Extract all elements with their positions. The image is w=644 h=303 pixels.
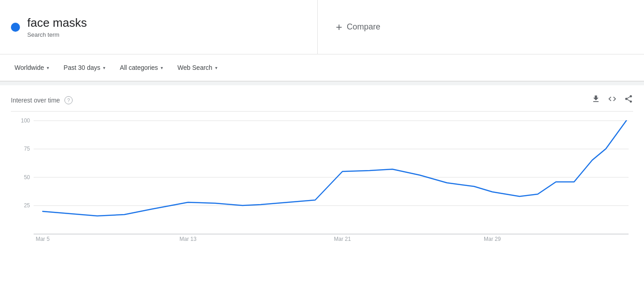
separator-bar: [0, 82, 644, 85]
svg-text:Mar 29: Mar 29: [484, 236, 501, 242]
term-info: face masks Search term: [27, 16, 87, 38]
chevron-down-icon: ▾: [103, 65, 105, 70]
compare-section: + Compare: [318, 21, 644, 34]
term-type: Search term: [27, 31, 87, 38]
compare-label: Compare: [347, 22, 380, 32]
svg-text:100: 100: [21, 117, 30, 124]
filter-time[interactable]: Past 30 days ▾: [58, 60, 111, 75]
filter-category[interactable]: All categories ▾: [114, 60, 168, 75]
filter-location[interactable]: Worldwide ▾: [9, 60, 54, 75]
filter-time-label: Past 30 days: [64, 64, 100, 71]
svg-text:50: 50: [24, 174, 30, 181]
svg-text:Mar 13: Mar 13: [180, 236, 197, 242]
chevron-down-icon: ▾: [215, 65, 217, 70]
filter-location-label: Worldwide: [15, 64, 44, 71]
download-icon[interactable]: [591, 94, 600, 106]
embed-code-icon[interactable]: [608, 94, 617, 106]
chevron-down-icon: ▾: [47, 65, 49, 70]
filters-bar: Worldwide ▾ Past 30 days ▾ All categorie…: [0, 54, 644, 82]
chart-header: Interest over time ?: [11, 94, 633, 106]
filter-category-label: All categories: [120, 64, 158, 71]
help-icon[interactable]: ?: [64, 96, 73, 104]
svg-text:Mar 5: Mar 5: [36, 236, 50, 242]
share-icon[interactable]: [624, 94, 633, 106]
term-color-dot: [11, 23, 20, 32]
term-name: face masks: [27, 16, 87, 30]
chart-title: Interest over time: [11, 97, 60, 104]
chart-section: Interest over time ?: [0, 85, 644, 245]
svg-text:25: 25: [24, 203, 30, 209]
interest-chart: 100 75 50 25 Mar 5 Mar 13 Mar 21 Mar 29: [11, 116, 633, 243]
compare-plus-icon: +: [336, 21, 342, 34]
svg-text:75: 75: [24, 146, 30, 152]
filter-search-type-label: Web Search: [177, 64, 212, 71]
search-term-section: face masks Search term: [0, 0, 318, 54]
chevron-down-icon: ▾: [161, 65, 163, 70]
svg-text:Mar 21: Mar 21: [334, 236, 351, 242]
header: face masks Search term + Compare: [0, 0, 644, 54]
chart-container: 100 75 50 25 Mar 5 Mar 13 Mar 21 Mar 29: [11, 116, 633, 245]
compare-button[interactable]: + Compare: [336, 21, 380, 34]
chart-actions: [591, 94, 633, 106]
chart-title-area: Interest over time ?: [11, 96, 73, 104]
chart-divider: [11, 111, 633, 112]
filter-search-type[interactable]: Web Search ▾: [172, 60, 223, 75]
